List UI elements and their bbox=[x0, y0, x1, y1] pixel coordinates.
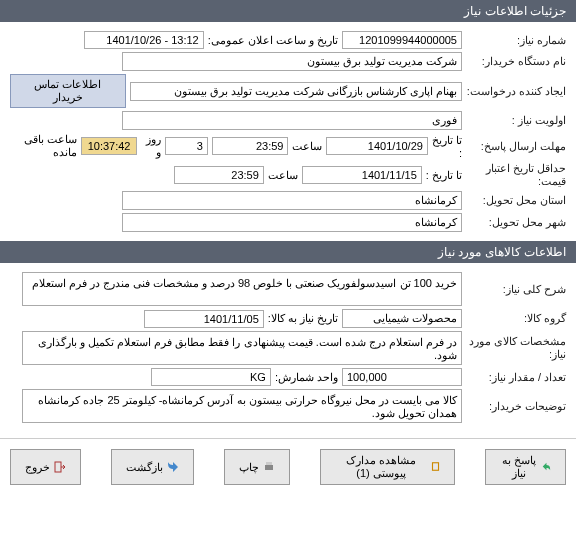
need-number-value: 1201099944000005 bbox=[342, 31, 462, 49]
group-label: گروه کالا: bbox=[466, 312, 566, 325]
days-remaining-value: 3 bbox=[165, 137, 208, 155]
to-date-label: تا تاریخ : bbox=[432, 134, 462, 159]
need-number-label: شماره نیاز: bbox=[466, 34, 566, 47]
response-date-value: 1401/10/29 bbox=[326, 137, 427, 155]
svg-rect-1 bbox=[265, 465, 273, 470]
buyer-value: شرکت مدیریت تولید برق بیستون bbox=[122, 52, 462, 71]
province-label: استان محل تحویل: bbox=[466, 194, 566, 207]
description-value bbox=[22, 272, 462, 306]
action-bar: پاسخ به نیاز مشاهده مدارک پیوستی (1) چاپ… bbox=[0, 438, 576, 495]
section-header-goods-info: اطلاعات کالاهای مورد نیاز bbox=[0, 241, 576, 263]
validity-label: حداقل تاریخ اعتبار قیمت: bbox=[466, 162, 566, 188]
back-button[interactable]: بازگشت bbox=[111, 449, 194, 485]
reply-button[interactable]: پاسخ به نیاز bbox=[485, 449, 566, 485]
validity-date-value: 1401/11/15 bbox=[302, 166, 422, 184]
attachments-button[interactable]: مشاهده مدارک پیوستی (1) bbox=[320, 449, 455, 485]
description-label: شرح کلی نیاز: bbox=[466, 283, 566, 296]
announce-datetime-label: تاریخ و ساعت اعلان عمومی: bbox=[208, 34, 338, 47]
validity-time-value: 23:59 bbox=[174, 166, 264, 184]
svg-rect-2 bbox=[266, 462, 272, 465]
spec-value bbox=[22, 331, 462, 365]
svg-rect-0 bbox=[433, 463, 439, 471]
quantity-label: تعداد / مقدار نیاز: bbox=[466, 371, 566, 384]
reply-icon bbox=[542, 461, 551, 473]
back-icon bbox=[167, 461, 179, 473]
days-and-label: روز و bbox=[141, 133, 160, 159]
exit-button[interactable]: خروج bbox=[10, 449, 81, 485]
priority-value: فوری bbox=[122, 111, 462, 130]
to-date-label-2: تا تاریخ : bbox=[426, 169, 462, 182]
print-icon bbox=[263, 461, 275, 473]
province-value: کرمانشاه bbox=[122, 191, 462, 210]
priority-label: اولویت نیاز : bbox=[466, 114, 566, 127]
buyer-note-value bbox=[22, 389, 462, 423]
attachment-icon bbox=[431, 461, 440, 473]
requester-label: ایجاد کننده درخواست: bbox=[466, 85, 566, 98]
announce-datetime-value: 13:12 - 1401/10/26 bbox=[84, 31, 204, 49]
goods-info-section: سامانه تدارکات الکترونیکی دولت مشاهده اط… bbox=[0, 263, 576, 432]
time-label-1: ساعت bbox=[292, 140, 322, 153]
buyer-contact-button[interactable]: اطلاعات تماس خریدار bbox=[10, 74, 126, 108]
need-date-label: تاریخ نیاز به کالا: bbox=[268, 312, 338, 325]
exit-icon bbox=[54, 461, 66, 473]
group-value: محصولات شیمیایی bbox=[342, 309, 462, 328]
response-deadline-label: مهلت ارسال پاسخ: bbox=[466, 140, 566, 153]
time-label-2: ساعت bbox=[268, 169, 298, 182]
need-details-section: شماره نیاز: 1201099944000005 تاریخ و ساع… bbox=[0, 22, 576, 241]
buyer-note-label: توضیحات خریدار: bbox=[466, 400, 566, 413]
section-header-need-details: جزئیات اطلاعات نیاز bbox=[0, 0, 576, 22]
unit-value: KG bbox=[151, 368, 271, 386]
print-button[interactable]: چاپ bbox=[224, 449, 290, 485]
countdown-timer: 10:37:42 bbox=[81, 137, 138, 155]
remaining-label: ساعت باقی مانده bbox=[10, 133, 77, 159]
city-value: کرمانشاه bbox=[122, 213, 462, 232]
unit-label: واحد شمارش: bbox=[275, 371, 338, 384]
svg-rect-3 bbox=[55, 462, 61, 472]
quantity-value: 100,000 bbox=[342, 368, 462, 386]
need-date-value: 1401/11/05 bbox=[144, 310, 264, 328]
response-time-value: 23:59 bbox=[212, 137, 289, 155]
city-label: شهر محل تحویل: bbox=[466, 216, 566, 229]
spec-label: مشخصات کالای مورد نیاز: bbox=[466, 335, 566, 361]
requester-value: بهنام اپاری کارشناس بازرگانی شرکت مدیریت… bbox=[130, 82, 462, 101]
buyer-label: نام دستگاه خریدار: bbox=[466, 55, 566, 68]
